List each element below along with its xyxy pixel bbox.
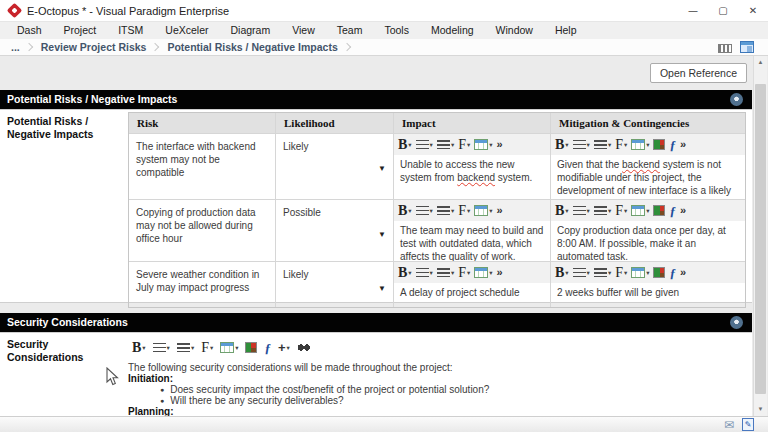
likelihood-dropdown-icon[interactable]: ▼ bbox=[378, 164, 386, 174]
list-icon[interactable]: ▾ bbox=[594, 206, 611, 215]
table-icon[interactable]: ▾ bbox=[474, 139, 492, 150]
table-icon[interactable]: ▾ bbox=[631, 139, 649, 150]
menu-uexceler[interactable]: UeXceler bbox=[154, 22, 219, 39]
risk-cell[interactable]: Severe weather condition in July may imp… bbox=[129, 262, 276, 307]
impact-cell[interactable]: B▾▾▾F▾▾» Unable to access the new system… bbox=[394, 134, 551, 199]
impact-cell[interactable]: B▾▾▾F▾▾» The team may need to build and … bbox=[394, 200, 551, 261]
align-icon[interactable]: ▾ bbox=[416, 268, 433, 277]
list-icon[interactable]: ▾ bbox=[594, 140, 611, 149]
formula-icon[interactable]: ƒ bbox=[669, 139, 676, 151]
image-icon[interactable] bbox=[245, 342, 257, 353]
list-icon[interactable]: ▾ bbox=[437, 268, 454, 277]
impact-text[interactable]: A delay of project schedule bbox=[394, 283, 550, 302]
image-icon[interactable] bbox=[653, 205, 665, 216]
list-icon[interactable]: ▾ bbox=[177, 343, 194, 352]
table-icon[interactable]: ▾ bbox=[631, 267, 649, 278]
likelihood-cell[interactable]: Likely ▼ bbox=[276, 134, 394, 199]
font-icon[interactable]: F▾ bbox=[458, 204, 470, 217]
mitigation-text[interactable]: Given that the backend system is not mod… bbox=[551, 155, 745, 199]
section-header-security[interactable]: Security Considerations bbox=[0, 313, 752, 332]
bold-icon[interactable]: B▾ bbox=[398, 138, 412, 151]
align-icon[interactable]: ▾ bbox=[416, 206, 433, 215]
mitigation-text[interactable]: 2 weeks buffer will be given bbox=[551, 283, 745, 302]
collapse-pin-icon[interactable] bbox=[730, 93, 743, 106]
font-icon[interactable]: F▾ bbox=[615, 266, 627, 279]
open-panel-icon[interactable] bbox=[740, 41, 754, 53]
bold-icon[interactable]: B▾ bbox=[555, 138, 569, 151]
notes-icon[interactable]: ✎ bbox=[742, 418, 754, 431]
security-editor[interactable]: B▾▾▾F▾▾ƒ+▾ The following security consid… bbox=[128, 336, 734, 416]
table-icon[interactable]: ▾ bbox=[631, 205, 649, 216]
menu-diagram[interactable]: Diagram bbox=[219, 22, 281, 39]
formula-icon[interactable]: ƒ bbox=[669, 267, 676, 279]
menu-itsm[interactable]: ITSM bbox=[107, 22, 154, 39]
bold-icon[interactable]: B▾ bbox=[132, 341, 146, 354]
overflow-icon[interactable]: » bbox=[680, 267, 686, 278]
collapse-pin-icon[interactable] bbox=[730, 316, 743, 329]
vertical-scrollbar[interactable]: ▲ ▼ bbox=[753, 56, 767, 416]
bold-icon[interactable]: B▾ bbox=[555, 204, 569, 217]
find-icon[interactable] bbox=[297, 343, 311, 352]
likelihood-cell[interactable]: Likely ▼ bbox=[276, 262, 394, 307]
mitigation-text[interactable]: Copy production data once per day, at 8:… bbox=[551, 221, 745, 261]
minimize-button[interactable]: — bbox=[678, 0, 708, 22]
open-reference-button[interactable]: Open Reference bbox=[650, 63, 747, 83]
menu-view[interactable]: View bbox=[281, 22, 326, 39]
menu-window[interactable]: Window bbox=[485, 22, 544, 39]
table-icon[interactable]: ▾ bbox=[220, 342, 238, 353]
overflow-icon[interactable]: » bbox=[496, 139, 502, 150]
breadcrumb-review-project-risks[interactable]: Review Project Risks bbox=[38, 41, 150, 53]
font-icon[interactable]: F▾ bbox=[615, 204, 627, 217]
menu-team[interactable]: Team bbox=[326, 22, 374, 39]
scroll-up-icon[interactable]: ▲ bbox=[754, 56, 767, 69]
bold-icon[interactable]: B▾ bbox=[398, 204, 412, 217]
messages-icon[interactable]: ✉ bbox=[724, 419, 734, 431]
menu-dash[interactable]: Dash bbox=[6, 22, 53, 39]
section-header-risks[interactable]: Potential Risks / Negative Impacts bbox=[0, 90, 752, 109]
list-icon[interactable]: ▾ bbox=[437, 140, 454, 149]
scroll-down-icon[interactable]: ▼ bbox=[754, 403, 767, 416]
align-icon[interactable]: ▾ bbox=[416, 140, 433, 149]
font-icon[interactable]: F▾ bbox=[458, 266, 470, 279]
overflow-icon[interactable]: » bbox=[680, 205, 686, 216]
image-icon[interactable] bbox=[653, 139, 665, 150]
formula-icon[interactable]: ƒ bbox=[264, 342, 271, 354]
font-icon[interactable]: F▾ bbox=[615, 138, 627, 151]
formula-icon[interactable]: ƒ bbox=[669, 205, 676, 217]
menu-modeling[interactable]: Modeling bbox=[420, 22, 485, 39]
likelihood-dropdown-icon[interactable]: ▼ bbox=[378, 230, 386, 240]
overflow-icon[interactable]: » bbox=[496, 267, 502, 278]
font-icon[interactable]: F▾ bbox=[201, 341, 213, 354]
bold-icon[interactable]: B▾ bbox=[398, 266, 412, 279]
bold-icon[interactable]: B▾ bbox=[555, 266, 569, 279]
image-icon[interactable] bbox=[653, 267, 665, 278]
menu-help[interactable]: Help bbox=[544, 22, 588, 39]
mitigation-cell[interactable]: B▾▾▾F▾▾ƒ» Given that the backend system … bbox=[551, 134, 745, 199]
menu-tools[interactable]: Tools bbox=[373, 22, 420, 39]
list-icon[interactable]: ▾ bbox=[594, 268, 611, 277]
close-button[interactable]: ✕ bbox=[738, 0, 768, 22]
risk-cell[interactable]: Copying of production data may not be al… bbox=[129, 200, 276, 261]
align-icon[interactable]: ▾ bbox=[573, 206, 590, 215]
add-icon[interactable]: +▾ bbox=[278, 342, 290, 354]
overflow-icon[interactable]: » bbox=[496, 205, 502, 216]
risk-cell[interactable]: The interface with backend system may no… bbox=[129, 134, 276, 199]
table-icon[interactable]: ▾ bbox=[474, 205, 492, 216]
likelihood-cell[interactable]: Possible ▼ bbox=[276, 200, 394, 261]
likelihood-dropdown-icon[interactable]: ▼ bbox=[378, 284, 386, 294]
scrollbar-thumb[interactable] bbox=[755, 84, 766, 394]
breadcrumb-ellipsis[interactable]: ... bbox=[8, 41, 23, 53]
breadcrumb-potential-risks[interactable]: Potential Risks / Negative Impacts bbox=[164, 41, 340, 53]
align-icon[interactable]: ▾ bbox=[573, 140, 590, 149]
mitigation-cell[interactable]: B▾▾▾F▾▾ƒ» 2 weeks buffer will be given bbox=[551, 262, 745, 307]
align-icon[interactable]: ▾ bbox=[153, 343, 170, 352]
menu-project[interactable]: Project bbox=[53, 22, 108, 39]
font-icon[interactable]: F▾ bbox=[458, 138, 470, 151]
align-icon[interactable]: ▾ bbox=[573, 268, 590, 277]
table-icon[interactable]: ▾ bbox=[474, 267, 492, 278]
fit-width-icon[interactable] bbox=[718, 44, 732, 53]
impact-cell[interactable]: B▾▾▾F▾▾» A delay of project schedule bbox=[394, 262, 551, 307]
list-icon[interactable]: ▾ bbox=[437, 206, 454, 215]
impact-text[interactable]: Unable to access the new system from bac… bbox=[394, 155, 550, 187]
overflow-icon[interactable]: » bbox=[680, 139, 686, 150]
